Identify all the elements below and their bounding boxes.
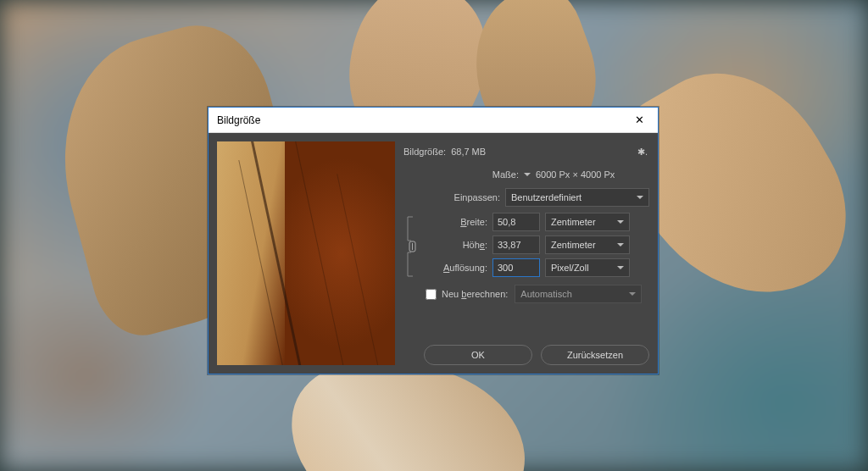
dimensions-dropdown[interactable]: 6000 Px × 4000 Px	[524, 169, 649, 180]
height-input[interactable]	[492, 236, 540, 254]
controls-panel: Bildgröße: 68,7 MB ✱. Maße: 6000 Px × 40…	[403, 141, 649, 365]
link-dimensions-icon[interactable]	[403, 212, 422, 280]
dimensions-label: Maße:	[492, 169, 524, 180]
fit-select[interactable]: Benutzerdefiniert	[505, 188, 649, 207]
resample-label: Neu berechnen:	[442, 289, 508, 299]
fit-label: Einpassen:	[454, 192, 505, 202]
width-label: Breite:	[422, 217, 492, 227]
titlebar[interactable]: Bildgröße ✕	[209, 108, 658, 133]
resolution-label: Auflösung:	[422, 263, 492, 273]
gear-icon[interactable]: ✱.	[636, 147, 649, 158]
height-label: Höhe:	[422, 240, 492, 250]
image-size-dialog: Bildgröße ✕ Bildgröße: 68,7 MB ✱. Maße: …	[208, 107, 659, 374]
size-value: 68,7 MB	[451, 147, 576, 157]
width-unit-select[interactable]: Zentimeter	[545, 213, 630, 231]
reset-button[interactable]: Zurücksetzen	[541, 345, 649, 365]
ok-button[interactable]: OK	[424, 345, 532, 365]
dialog-body: Bildgröße: 68,7 MB ✱. Maße: 6000 Px × 40…	[209, 133, 658, 374]
size-label: Bildgröße:	[403, 147, 451, 157]
dialog-title: Bildgröße	[217, 114, 260, 126]
close-button[interactable]: ✕	[620, 108, 658, 133]
resolution-input[interactable]	[492, 258, 540, 277]
resample-mode-select[interactable]: Automatisch	[515, 285, 642, 303]
width-input[interactable]	[492, 213, 540, 231]
resolution-unit-select[interactable]: Pixel/Zoll	[545, 258, 630, 277]
height-unit-select[interactable]: Zentimeter	[545, 236, 630, 254]
preview-image[interactable]	[217, 141, 395, 365]
resample-checkbox[interactable]	[426, 289, 437, 300]
